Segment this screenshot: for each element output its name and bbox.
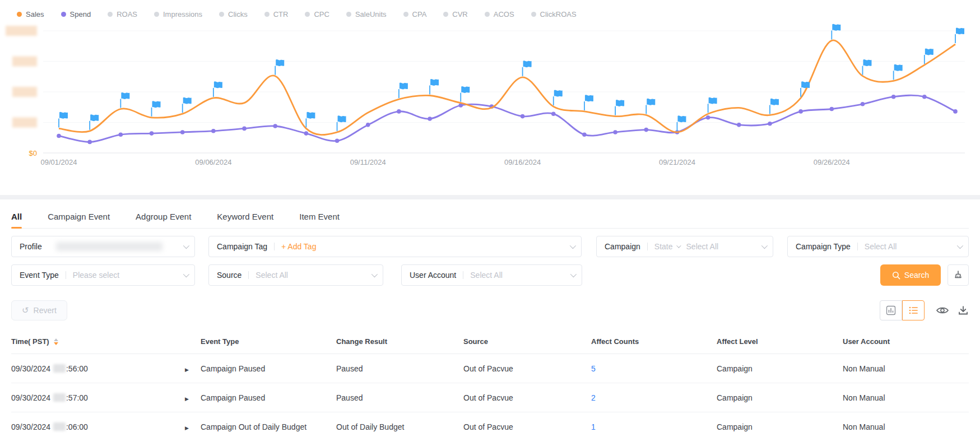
legend-item-cpa[interactable]: CPA [403,10,427,18]
flag-icon[interactable] [152,101,161,108]
spend-point[interactable] [953,109,958,114]
spend-point[interactable] [582,133,587,137]
flag-icon[interactable] [709,97,717,104]
spend-point[interactable] [706,115,710,120]
spend-point[interactable] [428,117,432,121]
flag-icon[interactable] [585,95,593,101]
spend-point[interactable] [551,111,556,116]
campaign-type-select[interactable]: Campaign Type Select All [787,236,969,257]
spend-point[interactable] [613,130,617,134]
add-tag-button[interactable]: + Add Tag [281,242,316,251]
spend-point[interactable] [242,127,247,131]
sort-desc-icon[interactable] [54,342,58,345]
flag-icon[interactable] [554,90,563,97]
spend-point[interactable] [922,95,927,99]
sales-line[interactable] [59,40,955,135]
tab-item-event[interactable]: Item Event [299,205,340,228]
affect-counts-link[interactable]: 1 [591,422,596,431]
flag-icon[interactable] [616,100,624,106]
spend-point[interactable] [891,95,896,99]
spend-point[interactable] [521,114,525,119]
expand-row-arrow[interactable]: ▶ [185,396,189,402]
spend-line[interactable] [59,95,955,142]
flag-icon[interactable] [306,112,315,119]
clear-filters-button[interactable] [948,264,969,286]
legend-item-saleunits[interactable]: SaleUnits [346,10,387,18]
flag-icon[interactable] [338,115,346,122]
metrics-line-chart[interactable]: $009/01/202409/06/202409/11/202409/16/20… [0,0,980,195]
tab-all[interactable]: All [11,205,22,228]
export-button[interactable] [958,305,969,316]
tab-adgroup-event[interactable]: Adgroup Event [136,205,191,228]
flag-icon[interactable] [59,112,68,119]
flag-icon[interactable] [183,97,192,104]
flag-icon[interactable] [400,83,408,90]
campaign-select[interactable]: Campaign State Select All [596,236,773,257]
search-icon [892,271,900,280]
spend-point[interactable] [737,123,741,127]
legend-item-roas[interactable]: ROAS [108,10,137,18]
flag-icon[interactable] [276,59,284,66]
spend-point[interactable] [180,130,185,134]
profile-select[interactable]: Profile [11,236,195,257]
legend-label: CTR [273,10,289,18]
spend-point[interactable] [87,140,92,145]
flag-icon[interactable] [832,24,840,31]
spend-point[interactable] [273,124,277,128]
legend-item-impressions[interactable]: Impressions [154,10,202,18]
search-button[interactable]: Search [880,264,941,286]
spend-point[interactable] [150,131,154,136]
affect-counts-link[interactable]: 5 [591,364,596,373]
flag-icon[interactable] [523,61,532,67]
affect-counts-link[interactable]: 2 [591,393,596,402]
legend-item-acos[interactable]: ACOS [485,10,514,18]
spend-point[interactable] [798,109,803,114]
flag-icon[interactable] [430,79,439,86]
legend-item-sales[interactable]: Sales [17,10,44,18]
list-view-button[interactable] [902,300,925,320]
spend-point[interactable] [861,102,865,106]
legend-item-ctr[interactable]: CTR [264,10,289,18]
flag-icon[interactable] [925,48,933,55]
spend-point[interactable] [57,134,61,138]
event-type-select[interactable]: Event Type Please select [11,264,195,286]
campaign-tag-select[interactable]: Campaign Tag + Add Tag [208,236,582,257]
spend-point[interactable] [644,128,648,132]
spend-point[interactable] [397,109,401,114]
spend-point[interactable] [211,129,216,133]
flag-icon[interactable] [461,86,470,93]
flag-icon[interactable] [90,114,99,121]
tab-keyword-event[interactable]: Keyword Event [217,205,273,228]
spend-point[interactable] [366,123,370,127]
flag-icon[interactable] [121,92,129,99]
flag-icon[interactable] [801,81,810,88]
flag-icon[interactable] [647,99,655,105]
revert-button[interactable]: ↺ Revert [11,300,67,320]
tab-campaign-event[interactable]: Campaign Event [48,205,110,228]
user-account-select[interactable]: User Account Select All [401,264,582,286]
flag-icon[interactable] [770,99,779,105]
flag-icon[interactable] [214,81,222,88]
column-header-time[interactable]: Time( PST) [11,337,185,346]
spend-point[interactable] [304,131,309,136]
spend-point[interactable] [335,138,340,143]
sort-asc-icon[interactable] [54,338,58,341]
column-visibility-button[interactable] [936,305,949,315]
spend-point[interactable] [830,107,834,111]
chart-view-button[interactable] [880,300,902,320]
legend-item-clickroas[interactable]: ClickROAS [531,10,577,18]
flag-icon[interactable] [677,115,686,122]
flag-icon[interactable] [863,59,871,66]
expand-row-arrow[interactable]: ▶ [185,425,189,431]
flag-icon[interactable] [956,27,964,34]
spend-point[interactable] [119,133,123,137]
legend-item-cvr[interactable]: CVR [443,10,467,18]
spend-point[interactable] [768,122,772,126]
legend-item-cpc[interactable]: CPC [305,10,329,18]
campaign-state-select[interactable]: State [654,242,673,251]
legend-item-spend[interactable]: Spend [61,10,91,18]
source-select[interactable]: Source Select All [208,264,383,286]
legend-item-clicks[interactable]: Clicks [219,10,248,18]
flag-icon[interactable] [894,64,903,71]
expand-row-arrow[interactable]: ▶ [185,367,189,373]
